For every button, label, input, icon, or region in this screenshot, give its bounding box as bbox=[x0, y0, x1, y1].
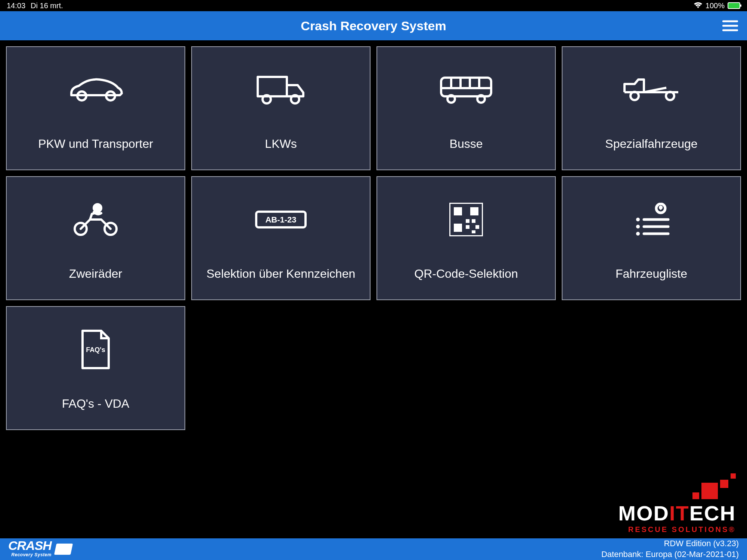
svg-rect-2 bbox=[258, 77, 287, 96]
svg-point-32 bbox=[636, 218, 640, 221]
tile-two-wheelers[interactable]: Zweiräder bbox=[6, 176, 185, 300]
book-icon bbox=[54, 544, 73, 555]
svg-rect-30 bbox=[472, 230, 475, 233]
svg-rect-23 bbox=[454, 207, 462, 215]
tile-label: LKWs bbox=[258, 136, 303, 151]
crash-logo: CRASH Recovery System bbox=[8, 541, 72, 557]
tile-label: QR-Code-Selektion bbox=[407, 266, 524, 281]
tile-label: Fahrzeugliste bbox=[609, 266, 694, 281]
svg-text:AB-1-23: AB-1-23 bbox=[265, 215, 296, 224]
svg-point-36 bbox=[636, 232, 640, 236]
status-date: Di 16 mrt. bbox=[31, 1, 63, 10]
svg-point-12 bbox=[477, 95, 485, 103]
tile-label: Selektion über Kennzeichen bbox=[200, 266, 362, 281]
bus-icon bbox=[438, 65, 494, 114]
wifi-icon bbox=[694, 2, 703, 9]
tile-special-vehicles[interactable]: Spezialfahrzeuge bbox=[562, 46, 741, 170]
footer-logo-main: CRASH bbox=[8, 538, 52, 553]
footer-logo-sub: Recovery System bbox=[8, 552, 52, 557]
page-title: Crash Recovery System bbox=[301, 19, 446, 33]
brand-part1: MOD bbox=[618, 501, 669, 525]
tile-vehicle-list[interactable]: Fahrzeugliste bbox=[562, 176, 741, 300]
menu-button[interactable] bbox=[722, 21, 738, 31]
tile-label: Busse bbox=[443, 136, 490, 151]
svg-rect-27 bbox=[472, 219, 475, 223]
battery-icon bbox=[728, 2, 740, 9]
svg-point-11 bbox=[447, 95, 455, 103]
svg-point-34 bbox=[636, 225, 640, 228]
tile-qr-code-selection[interactable]: QR-Code-Selektion bbox=[376, 176, 556, 300]
motorcycle-icon bbox=[71, 195, 120, 244]
svg-text:FAQ's: FAQ's bbox=[86, 346, 105, 354]
status-bar: 14:03 Di 16 mrt. 100% bbox=[0, 0, 747, 11]
app-header: Crash Recovery System bbox=[0, 11, 747, 40]
faq-document-icon: FAQ's bbox=[79, 325, 112, 374]
special-vehicle-icon bbox=[622, 65, 681, 114]
tile-label: PKW und Transporter bbox=[31, 136, 160, 151]
tile-license-plate-selection[interactable]: AB-1-23 Selektion über Kennzeichen bbox=[191, 176, 371, 300]
svg-rect-25 bbox=[454, 224, 462, 232]
tile-faq-vda[interactable]: FAQ's FAQ's - VDA bbox=[6, 306, 185, 430]
tile-trucks[interactable]: LKWs bbox=[191, 46, 371, 170]
moditech-logo: MODITECH RESCUE SOLUTIONS® bbox=[618, 473, 736, 534]
vehicle-list-icon bbox=[633, 195, 670, 244]
brand-part2: IT bbox=[669, 501, 689, 525]
tile-label: FAQ's - VDA bbox=[55, 396, 136, 411]
svg-point-19 bbox=[94, 204, 101, 212]
svg-rect-26 bbox=[466, 219, 469, 223]
footer-database: Datenbank: Europa (02-Mar-2021-01) bbox=[601, 549, 739, 560]
truck-icon bbox=[255, 65, 307, 114]
footer-edition: RDW Edition (v3.23) bbox=[601, 538, 739, 549]
battery-percent: 100% bbox=[706, 1, 725, 10]
tile-label: Zweiräder bbox=[62, 266, 129, 281]
svg-rect-28 bbox=[466, 225, 469, 229]
svg-rect-24 bbox=[470, 207, 478, 215]
svg-rect-29 bbox=[475, 225, 479, 229]
footer-bar: CRASH Recovery System RDW Edition (v3.23… bbox=[0, 538, 747, 560]
tile-cars-vans[interactable]: PKW und Transporter bbox=[6, 46, 185, 170]
tile-buses[interactable]: Busse bbox=[376, 46, 556, 170]
car-icon bbox=[68, 65, 124, 114]
tile-label: Spezialfahrzeuge bbox=[598, 136, 704, 151]
qr-code-icon bbox=[449, 195, 483, 244]
status-time: 14:03 bbox=[7, 1, 25, 10]
category-grid: PKW und Transporter LKWs Busse bbox=[0, 40, 747, 436]
license-plate-icon: AB-1-23 bbox=[255, 195, 307, 244]
brand-part3: ECH bbox=[689, 501, 736, 525]
brand-tagline: RESCUE SOLUTIONS® bbox=[618, 525, 736, 534]
